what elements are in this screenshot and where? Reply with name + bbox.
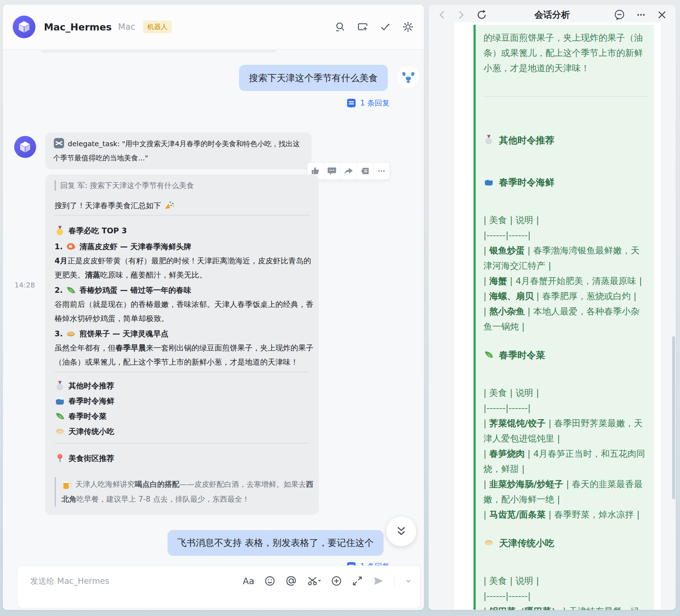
feedback-icon[interactable] [613, 9, 625, 21]
reply-icon [347, 99, 356, 107]
text-format-icon[interactable]: Aa [243, 576, 254, 586]
composer-divider [395, 576, 395, 586]
markdown-content: 的绿豆面煎饼果子，夹上现炸的果子（油条）或果篦儿，配上这个季节上市的新鲜小葱，才… [483, 28, 654, 610]
emoji-icon[interactable] [264, 575, 276, 587]
document-area: 的绿豆面煎饼果子，夹上现炸的果子（油条）或果篦儿，配上这个季节上市的新鲜小葱，才… [454, 22, 662, 610]
user-message-bubble[interactable]: 搜索下天津这个季节有什么美食 [239, 65, 388, 91]
streaming-output-block: 的绿豆面煎饼果子，夹上现炸的果子（油条）或果篦儿，配上这个季节上市的新鲜小葱，才… [474, 25, 654, 610]
herb-emoji [55, 411, 64, 421]
reply-count-link[interactable]: 1 条回复 [346, 98, 390, 108]
done-icon[interactable] [379, 21, 391, 33]
screenshot-icon[interactable] [307, 575, 321, 587]
dumpling-emoji [484, 538, 495, 548]
task-message-bubble[interactable]: delegate_task: "用中文搜索天津4月春季的时令美食和特色小吃，找出… [45, 132, 312, 169]
send-icon[interactable] [373, 575, 385, 587]
tip-quote-block: 天津人吃海鲜讲究喝点白的搭配——皮皮虾配白酒，去寒增鲜。如果去西北角吃早餐，建议… [55, 477, 310, 507]
message-hover-toolbar [307, 162, 390, 180]
wave-emoji [55, 396, 64, 405]
medal-silver-emoji [484, 135, 495, 146]
medal-gold-emoji [55, 226, 64, 235]
search-icon[interactable] [334, 21, 346, 33]
bot-avatar-message[interactable] [14, 136, 36, 158]
quoted-reply[interactable]: 回复 军: 搜索下天津这个季节有什么美食 [55, 180, 310, 191]
topic-icon[interactable] [357, 162, 374, 179]
analysis-header: 会话分析 [429, 5, 676, 25]
cube-icon [17, 20, 31, 34]
refresh-icon[interactable] [476, 9, 487, 21]
beer-emoji [62, 479, 72, 489]
composer-placeholder: 发送给 Mac_Hermes [30, 576, 109, 587]
herb-emoji [66, 285, 75, 295]
scrollbar-thumb[interactable] [672, 336, 675, 499]
shuffle-emoji [54, 138, 64, 148]
bot-badge: 机器人 [143, 21, 172, 33]
analysis-panel: 会话分析 的绿豆面煎饼果子，夹上现炸的果子（油条）或果篦儿，配上这个季节上市的新… [429, 5, 676, 610]
chat-title: Mac_Hermes [44, 22, 112, 33]
send-options-icon[interactable] [405, 577, 412, 584]
wave-emoji [484, 177, 495, 188]
dumpling-emoji [55, 427, 64, 436]
herb-emoji [484, 350, 495, 360]
more-actions-icon[interactable] [373, 162, 390, 179]
add-attachment-icon[interactable] [331, 575, 342, 587]
scroll-to-bottom-button[interactable] [386, 517, 416, 546]
pin-emoji [55, 454, 64, 463]
pancake-emoji [66, 329, 75, 338]
forward-icon[interactable] [340, 162, 357, 179]
chat-window: Mac_Hermes Mac 机器人 搜索下天津这个季节有什么美食 [3, 5, 424, 610]
message-list: 搜索下天津这个季节有什么美食 1 条回复 delegate_task: "用中文… [3, 50, 424, 570]
forward-nav-icon[interactable] [455, 10, 466, 20]
new-window-icon[interactable] [357, 21, 369, 33]
expand-icon[interactable] [352, 576, 363, 586]
comment-icon[interactable] [324, 162, 341, 179]
settings-icon[interactable] [402, 21, 414, 33]
mention-icon[interactable] [285, 575, 297, 587]
close-icon[interactable] [657, 10, 667, 20]
bot-avatar[interactable] [13, 16, 35, 38]
user-message-bubble-2[interactable]: 飞书消息不支持 表格，别发表格了，要记住这个 [168, 530, 384, 556]
chat-header: Mac_Hermes Mac 机器人 [3, 5, 424, 50]
more-icon[interactable] [635, 9, 647, 21]
panel-title: 会话分析 [534, 9, 570, 21]
chat-subtitle: Mac [118, 22, 135, 32]
shrimp-emoji [66, 242, 75, 251]
previous-message-partial [41, 50, 276, 53]
message-composer[interactable]: 发送给 Mac_Hermes Aa [17, 565, 421, 608]
message-timestamp: 14:28 [15, 281, 35, 289]
bot-reply-bubble[interactable]: 回复 军: 搜索下天津这个季节有什么美食 搜到了！天津春季美食汇总如下 春季必吃… [45, 175, 319, 515]
party-emoji [164, 201, 174, 210]
medal-silver-emoji [55, 381, 64, 390]
back-icon[interactable] [437, 10, 448, 20]
user-avatar[interactable] [397, 66, 419, 88]
